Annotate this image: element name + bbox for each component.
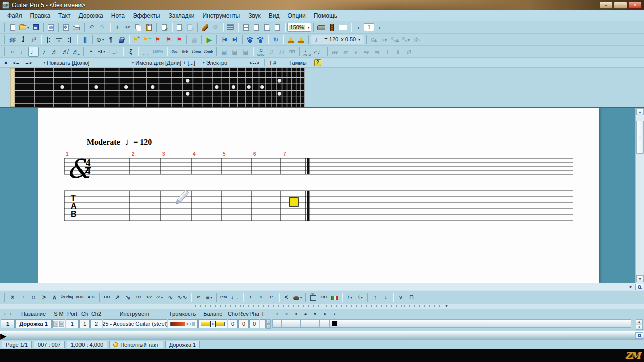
track-next-button[interactable]: ›	[8, 311, 14, 317]
scroll-up-icon[interactable]: ▲	[636, 108, 644, 115]
track-cell-rev[interactable]: 0	[238, 319, 249, 328]
tuplet-note[interactable]: ♪³	[28, 35, 39, 45]
bookmark-next[interactable]: ⚑	[163, 35, 174, 45]
popping[interactable]: P	[266, 292, 277, 302]
tapping[interactable]: T	[245, 292, 256, 302]
lock-measure[interactable]	[116, 35, 127, 45]
transpose-sharp-up[interactable]: ♯▴	[369, 35, 379, 45]
check-duration[interactable]: ✔	[159, 22, 170, 32]
vertical-screen-view[interactable]: ↓	[262, 22, 272, 32]
fretboard-span-button[interactable]: <-->	[247, 59, 262, 66]
dynamic-f[interactable]: f	[382, 47, 393, 57]
track-cell-name[interactable]: Дорожка 1	[15, 319, 52, 328]
fretboard-scales-button[interactable]: Гаммы	[287, 59, 309, 66]
track-cell-ch2[interactable]: 2	[90, 319, 102, 328]
menu-звук[interactable]: Звук	[244, 11, 265, 20]
copy[interactable]	[133, 22, 144, 32]
dynamic-ff[interactable]: ff	[393, 47, 404, 57]
measure-strip-empty[interactable]	[339, 319, 631, 328]
track-cell-vol[interactable]: 13	[168, 319, 198, 328]
bend[interactable]: ↗	[112, 292, 123, 302]
help-icon[interactable]: ?	[314, 59, 321, 66]
let-ring[interactable]: let ring	[60, 292, 75, 302]
accidental-swap[interactable]: ♯♭	[412, 35, 422, 45]
horizontal-screen-view[interactable]: →	[272, 22, 283, 32]
vibrato[interactable]: ∿∿	[176, 292, 189, 302]
toolbar-grip[interactable]	[3, 35, 5, 44]
tempo-display[interactable]: ♩= 120x 0.50▾	[311, 35, 364, 44]
play-paw-1[interactable]	[245, 35, 255, 45]
zoom-glass-button[interactable]	[635, 332, 643, 339]
scrollbar-thumb[interactable]: ≡	[636, 121, 644, 154]
delete-measure[interactable]: ×	[185, 22, 195, 32]
metronome[interactable]	[285, 35, 296, 45]
whole-note[interactable]: ○	[7, 47, 18, 57]
count-in[interactable]	[296, 35, 306, 45]
scroll-left-icon[interactable]: ◂	[266, 324, 271, 329]
fretboard-shift-left-button[interactable]: <=	[10, 59, 22, 66]
tie-note[interactable]: ♩‿♩	[107, 47, 121, 57]
note-properties[interactable]: ▦	[189, 35, 199, 45]
track-cell-cho[interactable]: 0	[228, 319, 238, 328]
bookmark-list[interactable]: ⚑…	[142, 35, 153, 45]
menu-дорожка[interactable]: Дорожка	[74, 11, 107, 20]
track-cell-pha[interactable]: 0	[249, 319, 259, 328]
natural-harmonic[interactable]: N.H.	[75, 292, 86, 302]
sixteenth-note[interactable]: ♬	[49, 47, 60, 57]
rest[interactable]: ζ	[125, 47, 136, 57]
toolbar-grip[interactable]	[3, 293, 5, 302]
zoom-glass-button[interactable]	[635, 284, 643, 290]
cleanup-tool[interactable]	[200, 22, 210, 32]
track-cell-num[interactable]: 1	[1, 319, 15, 328]
hammer-pull[interactable]: HO	[102, 292, 112, 302]
track-cell-ch[interactable]: 1	[79, 319, 90, 328]
tremolo-picking[interactable]: ≡▾	[204, 292, 214, 302]
ghost-note[interactable]: ( )	[28, 292, 39, 302]
new-file[interactable]	[7, 22, 18, 32]
shift-down[interactable]: ↓	[380, 292, 391, 302]
menu-правка[interactable]: Правка	[26, 11, 55, 20]
bend-select[interactable]: /2▾	[154, 292, 165, 302]
fretboard[interactable]	[0, 68, 644, 107]
track-cell-t[interactable]	[260, 319, 266, 328]
fretboard-mode-select[interactable]: ▾Электро	[199, 59, 230, 66]
insert-text[interactable]: TXT	[318, 292, 329, 302]
downstroke[interactable]: ∨	[395, 292, 406, 302]
repeat-close[interactable]: :|	[64, 35, 75, 45]
stem-invert[interactable]: ⌐♩	[312, 47, 325, 57]
multitrack-view[interactable]	[225, 22, 236, 32]
coda-symbol[interactable]: ⊕▾	[95, 35, 106, 45]
measure-cell-6[interactable]	[320, 319, 330, 328]
page-view[interactable]	[251, 22, 262, 32]
fretboard-close-button[interactable]: ×	[2, 60, 9, 66]
measure-cell-4[interactable]	[301, 319, 310, 328]
octava-8va[interactable]: 8va	[169, 47, 180, 57]
track-list-scroll[interactable]: ◂◂	[266, 319, 271, 329]
bookmark-prev[interactable]: ⚑	[152, 35, 163, 45]
menu-нота[interactable]: Нота	[107, 11, 129, 20]
vertical-scrollbar[interactable]: ▲ ≡ ▼	[635, 108, 644, 283]
go-to-end[interactable]: ▶|	[229, 35, 240, 45]
fretboard-show-select[interactable]: ▾Показать [Долю]	[40, 59, 92, 66]
menu-такт[interactable]: Такт	[54, 11, 74, 20]
grace-note[interactable]: ♪	[18, 292, 28, 302]
bend-half[interactable]: 1/2	[144, 292, 154, 302]
menu-опции[interactable]: Опции	[284, 11, 310, 20]
notation-staves[interactable]: 1234567&44TAB	[38, 108, 599, 283]
score-horizontal-scrollbar[interactable]: ▶	[0, 283, 644, 290]
menu-файл[interactable]: Файл	[3, 11, 26, 20]
track-cell-port[interactable]: 1	[66, 319, 79, 328]
settings-gear[interactable]: ⚙	[210, 22, 221, 32]
transpose-flat-down[interactable]: ♭▾	[379, 35, 390, 45]
slide[interactable]: ∿	[165, 292, 176, 302]
ruler-dropdown-icon[interactable]: ▼	[445, 304, 448, 308]
dynamic-p[interactable]: p	[351, 47, 361, 57]
scroll-down-icon[interactable]: ▼	[636, 325, 643, 330]
beam-join[interactable]: ♫	[266, 47, 276, 57]
dotted-note[interactable]: •	[86, 47, 96, 57]
edit-cursor[interactable]	[289, 198, 298, 206]
play-paw-2[interactable]	[255, 35, 266, 45]
volume-slider[interactable]: 13	[170, 322, 195, 326]
bend-full[interactable]: 1/1	[133, 292, 144, 302]
chord-diagram[interactable]	[308, 292, 318, 302]
